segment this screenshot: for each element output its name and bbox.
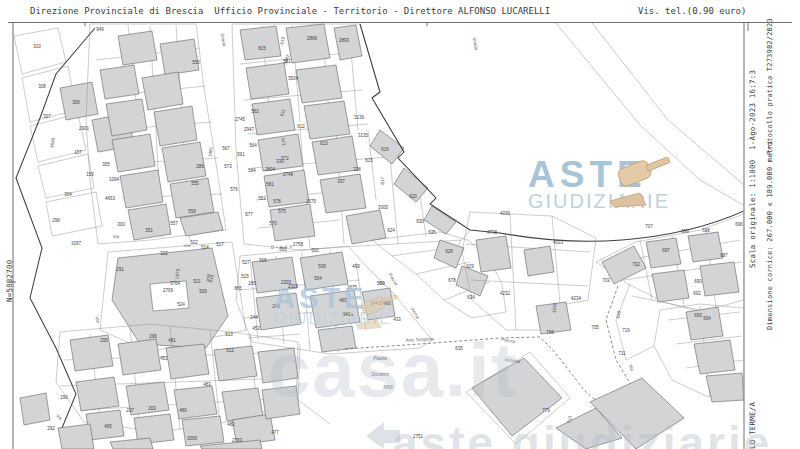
parcel-number: 157 xyxy=(74,150,82,155)
parcel-number: 433 xyxy=(393,317,401,322)
parcel-number: 1575 xyxy=(306,199,317,204)
parcel-number: 3764 xyxy=(170,281,181,286)
parcel-number: 502 xyxy=(311,248,319,253)
parcel-number: 481 xyxy=(168,338,176,343)
parcel-number: 692 xyxy=(693,291,701,296)
parcel-number: 308 xyxy=(38,84,46,89)
parcel-number: 561 xyxy=(237,152,245,157)
parcel-number: 876 xyxy=(206,273,212,281)
street-label: Strada xyxy=(220,33,227,47)
parcel-number: 575 xyxy=(278,209,286,214)
parcel-number: 465 xyxy=(104,424,112,429)
parcel-number: 2751 xyxy=(413,434,424,439)
margin-municipality-label: LO TERME/A xyxy=(748,402,757,449)
parcel-number: 4030 xyxy=(500,211,511,216)
parcel-number: 613 xyxy=(320,141,328,146)
parcel-number: 2763 xyxy=(232,438,243,443)
parcel-number: 779 xyxy=(542,408,550,413)
parcel-number: 2375 xyxy=(175,268,181,279)
parcel-number: 577 xyxy=(245,212,253,217)
parcel-number: 500 xyxy=(377,281,385,286)
margin-date-label: 1-Ago-2023 16:7:3 xyxy=(748,70,757,150)
page-root: { "header": { "left": "Direzione Provinc… xyxy=(0,0,800,449)
parcel-number: 3300 xyxy=(378,205,389,210)
parcel-number: 286 xyxy=(196,164,204,169)
header-fee-note: Vis. tel.(0.90 euro) xyxy=(638,6,746,16)
parcel-number: 719 xyxy=(622,328,630,333)
parcel-number: 453 xyxy=(252,326,260,331)
parcel-number: 711 xyxy=(618,351,626,356)
grid-coordinate-label: N=5082700 xyxy=(5,260,14,302)
street-label: Via xyxy=(55,413,64,421)
parcel-number: 521 xyxy=(193,279,201,284)
parcel-number: 567 xyxy=(222,146,230,151)
parcel-number: 304 xyxy=(64,192,72,197)
parcel-number: 509 xyxy=(199,289,207,294)
parcel-number: 207 xyxy=(126,408,134,413)
parcel-number: 612 xyxy=(297,124,305,129)
parcel-number: 2947 xyxy=(244,127,255,132)
parcel-number: 706 xyxy=(546,330,554,335)
street-label: Via xyxy=(183,243,190,249)
parcel-number: 291 xyxy=(116,267,124,272)
street-label: Roma xyxy=(410,307,421,320)
parcel-number: 3135 xyxy=(358,133,369,138)
parcel-number: 630 xyxy=(416,219,424,224)
street-label: Via xyxy=(628,364,635,372)
header-title: Direzione Provinciale di Brescia Ufficio… xyxy=(30,6,550,16)
parcel-number: 2893 xyxy=(339,38,350,43)
parcel-number: 465 xyxy=(339,298,347,303)
parcel-number: 564 xyxy=(249,143,257,148)
parcel-number: 703 xyxy=(602,278,610,283)
parcel-number: 292 xyxy=(47,426,55,431)
parcel-number: 3136 xyxy=(354,115,365,120)
parcel-number: 616 xyxy=(381,147,389,152)
parcel-number: 705 xyxy=(591,325,599,330)
parcel-number: 338 xyxy=(353,167,361,172)
parcel-number: 576 xyxy=(230,187,238,192)
parcel-number: 515 xyxy=(241,274,249,279)
parcel-number: 550 xyxy=(192,60,200,65)
parcel-number: 678 xyxy=(448,278,456,283)
parcel-number: 573 xyxy=(224,164,232,169)
street-label: Via xyxy=(94,316,101,324)
map-content xyxy=(14,23,745,449)
parcel-number: 504 xyxy=(314,276,322,281)
parcel-number: 562 xyxy=(251,109,259,114)
parcel-number: 4033 xyxy=(553,240,564,245)
parcel-number: 1081 xyxy=(208,146,214,157)
parcel-number: 639 xyxy=(615,310,621,319)
parcel-number: 629 xyxy=(466,264,474,269)
parcel-number: 513 xyxy=(225,332,233,337)
piazza-giovanni-label: XXIII xyxy=(382,385,394,390)
parcel-number: 310 xyxy=(33,44,41,49)
parcel-number: 306 xyxy=(72,100,80,105)
cadastral-map: 3109493083063072901464515730515910943044… xyxy=(0,0,800,449)
parcel-number: 514 xyxy=(201,245,209,250)
parcel-number: 2804 xyxy=(265,167,276,172)
parcel-number: 3504 xyxy=(288,76,299,81)
parcel-number: 584 xyxy=(248,168,256,173)
parcel-number: 558 xyxy=(188,209,196,214)
parcel-number: 244 xyxy=(250,315,258,320)
parcel-number: 2896 xyxy=(307,36,318,41)
parcel-number: 4232 xyxy=(500,291,511,296)
parcel-number: 698 xyxy=(702,228,710,233)
parcel-number: 581 xyxy=(266,182,274,187)
parcel-number: 578 xyxy=(273,199,281,204)
parcel-number: 555 xyxy=(191,181,199,186)
parcel-number: 570 xyxy=(269,221,277,226)
parcel-number: 690 xyxy=(694,279,702,284)
parcel-number: 4663 xyxy=(105,196,116,201)
margin-protocol-label: Protocollo pratica T273982/2023 xyxy=(766,18,774,155)
parcel-number: 707 xyxy=(645,224,653,229)
parcel-number: 522 xyxy=(190,240,198,245)
parcel-number: 572 xyxy=(281,156,289,161)
parcel-number: 557 xyxy=(170,221,178,226)
parcel-number: 477 xyxy=(271,430,279,435)
parcel-number: 337 xyxy=(337,179,345,184)
parcel-number: 687 xyxy=(720,253,728,258)
parcel-number: 697 xyxy=(662,248,670,253)
parcel-number: 483 xyxy=(203,382,211,387)
parcel-number: 322 xyxy=(160,251,168,256)
